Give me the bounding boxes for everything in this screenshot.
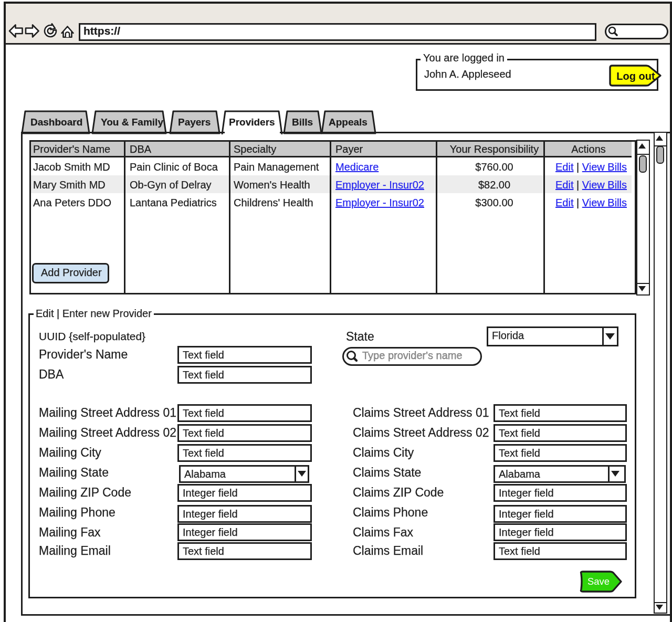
- svg-text:Save: Save: [587, 576, 610, 587]
- svg-text:Log out: Log out: [616, 70, 655, 82]
